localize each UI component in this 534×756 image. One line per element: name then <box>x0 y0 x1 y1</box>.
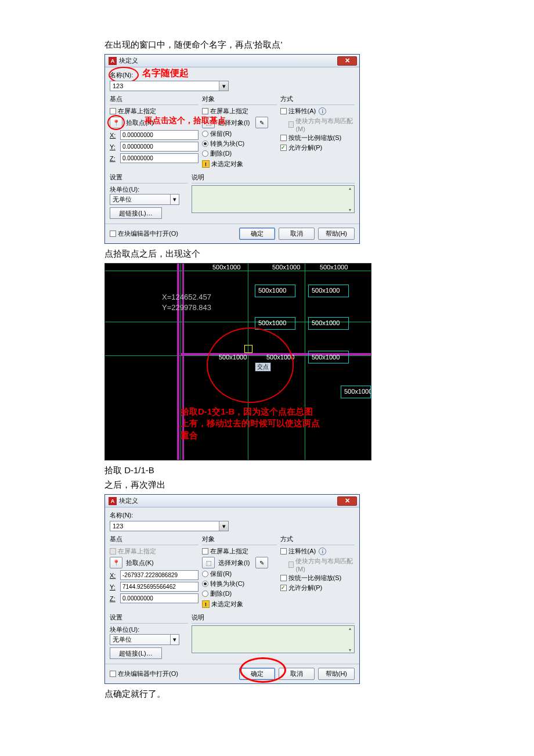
doc-paragraph: 点拾取点之后，出现这个 <box>104 249 522 260</box>
section-desc: 说明 <box>192 173 355 183</box>
close-icon[interactable]: ✕ <box>337 56 357 66</box>
chk-screen-base[interactable] <box>110 108 116 114</box>
radio-convert[interactable] <box>202 581 208 587</box>
name-combo[interactable]: 123 ▾ <box>110 521 229 531</box>
radio-convert[interactable] <box>202 141 208 147</box>
chk-orient <box>288 561 294 568</box>
pick-point-label: 拾取点(K) <box>126 119 154 126</box>
chevron-down-icon[interactable]: ▾ <box>170 635 179 645</box>
close-icon[interactable]: ✕ <box>337 496 357 506</box>
chevron-down-icon[interactable]: ▾ <box>219 81 228 91</box>
chk-screen-base <box>110 548 116 555</box>
chevron-down-icon[interactable]: ▾ <box>219 521 228 531</box>
block-unit-select[interactable]: 无单位 ▾ <box>110 634 179 645</box>
titlebar: A 块定义 ✕ <box>105 55 359 67</box>
cad-screenshot: 500x1000 500x1000 500x1000 500x1000 500x… <box>104 263 371 460</box>
quick-select-btn[interactable]: ✎ <box>255 117 268 128</box>
app-icon: A <box>109 497 117 505</box>
chk-orient <box>288 121 294 128</box>
titlebar: A 块定义 ✕ <box>105 495 359 507</box>
section-settings: 设置 <box>110 173 188 183</box>
select-obj-btn[interactable]: ⬚ <box>202 117 215 128</box>
help-button[interactable]: 帮助(H) <box>318 668 355 680</box>
block-define-dialog-2: A 块定义 ✕ 名称(N): 123 ▾ 基点 在屏幕上指定 📍 拾取点(K) … <box>104 494 360 684</box>
help-button[interactable]: 帮助(H) <box>318 228 355 240</box>
block-unit-select[interactable]: 无单位 ▾ <box>110 194 179 205</box>
pick-point-btn[interactable]: 📍 <box>110 117 122 128</box>
radio-delete[interactable] <box>202 591 208 597</box>
cancel-button[interactable]: 取消 <box>279 228 315 240</box>
name-label: 名称(N): <box>110 71 133 80</box>
doc-paragraph: 在出现的窗口中，随便命个名字，再点‘拾取点’ <box>104 39 522 51</box>
z-input[interactable] <box>120 153 199 163</box>
quick-select-btn[interactable]: ✎ <box>255 557 268 568</box>
description-textarea[interactable]: ▴▾ <box>192 185 355 213</box>
block-define-dialog-1: 名字随便起 A 块定义 ✕ 名称(N): 123 ▾ 基点 在屏幕上指定 📍 拾… <box>104 54 360 244</box>
doc-paragraph: 之后，再次弹出 <box>104 480 522 491</box>
chk-screen-obj[interactable] <box>202 548 208 555</box>
doc-paragraph: 点确定就行了。 <box>104 689 522 700</box>
chk-annotative[interactable] <box>280 548 287 555</box>
section-mode: 方式 <box>280 95 355 105</box>
y-input[interactable] <box>120 142 199 152</box>
app-icon: A <box>109 57 117 65</box>
warning-icon: ! <box>202 600 210 608</box>
name-combo[interactable]: 123 ▾ <box>110 81 229 91</box>
chk-explode[interactable] <box>280 585 287 591</box>
description-textarea[interactable]: ▴▾ <box>192 625 355 653</box>
dialog-title: 块定义 <box>119 496 337 505</box>
x-input[interactable] <box>120 130 199 140</box>
info-icon[interactable]: i <box>319 548 326 555</box>
pick-point-btn[interactable]: 📍 <box>110 557 122 568</box>
x-input[interactable] <box>120 570 199 580</box>
dialog-title: 块定义 <box>119 56 337 65</box>
doc-paragraph: 拾取 D-1/1-B <box>104 465 522 476</box>
block-unit-label: 块单位(U): <box>110 185 188 194</box>
chk-uniform[interactable] <box>280 575 287 581</box>
chk-uniform[interactable] <box>280 135 287 141</box>
section-object: 对象 <box>202 95 277 105</box>
chk-open-editor[interactable] <box>110 671 116 677</box>
name-value: 123 <box>113 82 123 89</box>
z-input[interactable] <box>120 593 199 603</box>
warning-icon: ! <box>202 160 210 168</box>
info-icon[interactable]: i <box>319 107 326 115</box>
chk-explode[interactable] <box>280 145 287 151</box>
radio-keep[interactable] <box>202 571 208 577</box>
chk-open-editor[interactable] <box>110 231 116 237</box>
select-obj-btn[interactable]: ⬚ <box>202 557 215 568</box>
red-circle-anno <box>207 327 294 403</box>
radio-delete[interactable] <box>202 150 208 157</box>
ok-button[interactable]: 确定 <box>239 228 275 240</box>
red-annotation: 拾取D-1交1-B，因为这个点在总图 上有，移动过去的时候可以使这两点 重合 <box>181 406 366 441</box>
chk-screen-obj[interactable] <box>202 108 208 114</box>
ok-button[interactable]: 确定 <box>239 668 275 680</box>
chk-annotative[interactable] <box>280 108 287 114</box>
radio-keep[interactable] <box>202 131 208 137</box>
cancel-button[interactable]: 取消 <box>279 668 315 680</box>
select-obj-label: 选择对象(I) <box>218 119 250 126</box>
section-base: 基点 <box>110 95 199 105</box>
hyperlink-btn[interactable]: 超链接(L)… <box>110 647 162 659</box>
y-input[interactable] <box>120 582 199 592</box>
hyperlink-btn[interactable]: 超链接(L)… <box>110 207 162 219</box>
chevron-down-icon[interactable]: ▾ <box>170 195 179 204</box>
